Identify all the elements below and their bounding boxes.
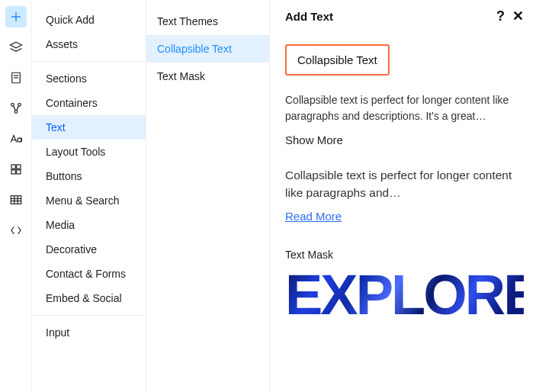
read-more-link[interactable]: Read More <box>285 210 342 223</box>
main-panel: Add Text ? ✕ Collapsible Text Collapsibl… <box>270 0 539 392</box>
cat-embed-social[interactable]: Embed & Social <box>32 286 146 310</box>
panel-header: Add Text ? ✕ <box>285 9 524 23</box>
cat-text[interactable]: Text <box>32 115 146 140</box>
panel-title: Add Text <box>285 10 333 23</box>
pages-icon[interactable] <box>5 67 27 88</box>
sub-collapsible-text[interactable]: Collapsible Text <box>146 35 269 63</box>
cat-quick-add[interactable]: Quick Add <box>32 8 146 32</box>
svg-marker-2 <box>10 42 21 48</box>
cat-decorative[interactable]: Decorative <box>32 237 146 262</box>
svg-point-9 <box>17 138 21 142</box>
cat-buttons[interactable]: Buttons <box>32 164 146 188</box>
cat-sections[interactable]: Sections <box>32 66 146 91</box>
show-more-button[interactable]: Show More <box>285 133 524 146</box>
sub-text-themes[interactable]: Text Themes <box>146 8 269 35</box>
subcategory-column: Text Themes Collapsible Text Text Mask <box>146 0 270 392</box>
sub-text-mask[interactable]: Text Mask <box>146 63 269 90</box>
help-icon[interactable]: ? <box>496 9 505 23</box>
typography-icon[interactable] <box>5 128 27 149</box>
panel-actions: ? ✕ <box>496 9 524 23</box>
svg-point-6 <box>11 104 14 107</box>
text-mask-preview[interactable]: EXPLORE <box>285 272 524 320</box>
cat-containers[interactable]: Containers <box>32 91 146 115</box>
svg-rect-12 <box>16 165 20 169</box>
cat-contact-forms[interactable]: Contact & Forms <box>32 262 146 286</box>
category-column: Quick Add Assets Sections Containers Tex… <box>32 0 146 392</box>
cat-menu-search[interactable]: Menu & Search <box>32 188 146 213</box>
divider <box>32 315 146 316</box>
svg-rect-14 <box>16 170 20 174</box>
section-heading-collapsible: Collapsible Text <box>285 44 390 76</box>
close-icon[interactable]: ✕ <box>512 9 524 23</box>
add-element-icon[interactable] <box>5 6 27 27</box>
nodes-icon[interactable] <box>5 98 27 119</box>
icon-rail <box>0 0 32 392</box>
cat-layout-tools[interactable]: Layout Tools <box>32 140 146 164</box>
code-icon[interactable] <box>5 220 27 241</box>
svg-rect-15 <box>11 196 21 204</box>
svg-rect-11 <box>11 165 15 169</box>
svg-rect-13 <box>11 170 15 174</box>
section-heading-text-mask: Text Mask <box>285 249 524 261</box>
cat-assets[interactable]: Assets <box>32 32 146 56</box>
preview-text-1[interactable]: Collapsible text is perfect for longer c… <box>285 92 524 124</box>
svg-point-7 <box>18 104 21 107</box>
grid-icon[interactable] <box>5 159 27 180</box>
svg-point-8 <box>14 111 18 114</box>
preview-text-2[interactable]: Collapsible text is perfect for longer c… <box>285 166 524 202</box>
cat-input[interactable]: Input <box>32 320 146 345</box>
cat-media[interactable]: Media <box>32 213 146 237</box>
layers-icon[interactable] <box>5 37 27 58</box>
divider <box>32 61 146 62</box>
table-icon[interactable] <box>5 189 27 210</box>
